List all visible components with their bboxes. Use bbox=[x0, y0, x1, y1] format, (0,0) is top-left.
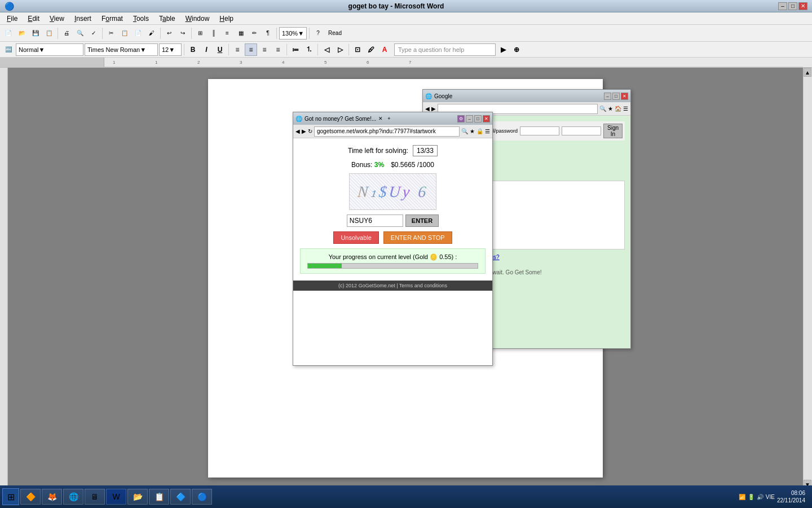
drawing-button[interactable]: ✏ bbox=[248, 27, 261, 40]
paste-button[interactable]: 📄 bbox=[132, 27, 144, 40]
start-button[interactable]: ⊞ bbox=[2, 488, 19, 505]
menu-edit[interactable]: Edit bbox=[23, 14, 44, 24]
close-button[interactable]: ✕ bbox=[798, 2, 807, 10]
search-go-button[interactable]: ▶ bbox=[497, 43, 509, 56]
scroll-up-button[interactable]: ▲ bbox=[804, 68, 811, 77]
b2-bookmark-icon[interactable]: ★ bbox=[608, 106, 613, 112]
b2-home-icon[interactable]: 🏠 bbox=[615, 106, 621, 112]
help-input[interactable]: Type a question for help bbox=[394, 43, 496, 56]
align-center-button[interactable]: ≡ bbox=[245, 43, 257, 56]
numbering-button[interactable]: ⒈ bbox=[303, 43, 315, 56]
read-button[interactable]: Read bbox=[325, 27, 345, 40]
doc-scroll-area: 🌐 Got no money? Get Some!... ✕ + ⚙ – □ ✕ bbox=[8, 68, 812, 489]
increase-indent-button[interactable]: ▷ bbox=[334, 43, 346, 56]
new-button[interactable]: 📄 bbox=[2, 27, 15, 40]
italic-button[interactable]: I bbox=[200, 43, 213, 56]
bold-button[interactable]: B bbox=[187, 43, 199, 56]
spell-check-button[interactable]: ✓ bbox=[87, 27, 100, 40]
print-button[interactable]: 🖨 bbox=[60, 27, 73, 40]
zoom-dropdown[interactable]: 130%▼ bbox=[279, 27, 307, 40]
browser2-close[interactable]: ✕ bbox=[621, 93, 628, 100]
taskbar-btn-6[interactable]: 📋 bbox=[149, 489, 169, 505]
menu-window[interactable]: Window bbox=[181, 14, 214, 24]
menu-format[interactable]: Format bbox=[97, 14, 127, 24]
taskbar-btn-4[interactable]: 🖥 bbox=[85, 489, 105, 505]
unsolvable-button[interactable]: Unsolvable bbox=[333, 231, 378, 244]
justify-button[interactable]: ≡ bbox=[272, 43, 284, 56]
captcha-input-field[interactable] bbox=[347, 214, 403, 227]
format-painter-button[interactable]: 🖌 bbox=[145, 27, 158, 40]
taskbar-btn-7[interactable]: 🔷 bbox=[170, 489, 191, 505]
enter-stop-button[interactable]: ENTER AND STOP bbox=[383, 231, 452, 244]
signin-button[interactable]: Sign In bbox=[603, 124, 623, 138]
refresh-icon[interactable]: ↻ bbox=[308, 128, 312, 134]
taskbar-btn-5[interactable]: 📂 bbox=[127, 489, 148, 505]
b2-back-icon[interactable]: ◀ bbox=[425, 106, 430, 112]
border-button[interactable]: ⊡ bbox=[351, 43, 364, 56]
email-input[interactable] bbox=[520, 126, 559, 135]
lock-icon[interactable]: 🔒 bbox=[476, 128, 483, 134]
undo-button[interactable]: ↩ bbox=[163, 27, 175, 40]
maximize-button[interactable]: □ bbox=[788, 2, 797, 10]
b2-search-icon[interactable]: 🔍 bbox=[599, 106, 606, 112]
show-hide-button[interactable]: ¶ bbox=[262, 27, 274, 40]
print-preview-button[interactable]: 🔍 bbox=[74, 27, 86, 40]
browser2-maximize[interactable]: □ bbox=[612, 93, 620, 100]
b2-menu-icon[interactable]: ☰ bbox=[623, 106, 628, 112]
browser1-maximize[interactable]: □ bbox=[474, 115, 482, 122]
back-icon[interactable]: ◀ bbox=[295, 128, 300, 134]
insert-cols-button[interactable]: ║ bbox=[208, 27, 220, 40]
taskbar-btn-8[interactable]: 🔵 bbox=[192, 489, 212, 505]
columns-button[interactable]: ▦ bbox=[235, 27, 247, 40]
browser2-titlebar: 🌐 Google – □ ✕ bbox=[423, 90, 630, 102]
menu-table[interactable]: Table bbox=[155, 14, 180, 24]
browser2-minimize[interactable]: – bbox=[604, 93, 611, 100]
align-right-button[interactable]: ≡ bbox=[258, 43, 271, 56]
style-dropdown[interactable]: Normal▼ bbox=[16, 43, 83, 56]
insert-table-button[interactable]: ⊞ bbox=[194, 27, 206, 40]
decrease-indent-button[interactable]: ◁ bbox=[320, 43, 333, 56]
font-size-dropdown[interactable]: 12▼ bbox=[159, 43, 182, 56]
bullets-button[interactable]: ≔ bbox=[289, 43, 302, 56]
forward-icon[interactable]: ▶ bbox=[302, 128, 306, 134]
expand-btn[interactable]: ⊕ bbox=[510, 43, 523, 56]
browser1-new-tab[interactable]: + bbox=[387, 116, 390, 121]
font-color-button[interactable]: A bbox=[378, 43, 391, 56]
font-dropdown[interactable]: Times New Roman▼ bbox=[85, 43, 158, 56]
menu-view[interactable]: View bbox=[45, 14, 69, 24]
align-left-button[interactable]: ≡ bbox=[231, 43, 244, 56]
copy-button[interactable]: 📋 bbox=[118, 27, 131, 40]
menu-insert[interactable]: Insert bbox=[70, 14, 96, 24]
menu-help[interactable]: Help bbox=[215, 14, 238, 24]
right-scrollbar[interactable]: ▲ ▼ bbox=[803, 68, 812, 489]
menu-icon[interactable]: ☰ bbox=[485, 128, 490, 134]
save-as-button[interactable]: 📋 bbox=[43, 27, 55, 40]
cut-button[interactable]: ✂ bbox=[105, 27, 117, 40]
browser1-minimize[interactable]: – bbox=[466, 115, 473, 122]
menu-file[interactable]: File bbox=[2, 14, 22, 24]
taskbar-btn-2[interactable]: 🦊 bbox=[42, 489, 62, 505]
browser1-url[interactable] bbox=[314, 126, 460, 137]
minimize-button[interactable]: – bbox=[778, 2, 787, 10]
redo-button[interactable]: ↪ bbox=[176, 27, 189, 40]
styles-btn[interactable]: 🔤 bbox=[2, 43, 15, 56]
taskbar-btn-word[interactable]: W bbox=[106, 489, 126, 505]
password-input[interactable] bbox=[562, 126, 601, 135]
insert-rows-button[interactable]: ≡ bbox=[221, 27, 233, 40]
taskbar-btn-1[interactable]: 🔶 bbox=[20, 489, 41, 505]
bookmark-icon[interactable]: ★ bbox=[470, 128, 475, 134]
underline-button[interactable]: U bbox=[214, 43, 226, 56]
open-button[interactable]: 📂 bbox=[16, 27, 28, 40]
browser1-close[interactable]: ✕ bbox=[483, 115, 490, 122]
help-button[interactable]: ? bbox=[312, 27, 324, 40]
tray-icon-1: 📶 bbox=[739, 494, 745, 500]
b2-forward-icon[interactable]: ▶ bbox=[431, 106, 436, 112]
search-icon[interactable]: 🔍 bbox=[461, 128, 468, 134]
browser1-tab-close[interactable]: ✕ bbox=[378, 116, 383, 121]
save-button[interactable]: 💾 bbox=[29, 27, 42, 40]
highlight-button[interactable]: 🖊 bbox=[365, 43, 377, 56]
browser1-settings[interactable]: ⚙ bbox=[457, 115, 465, 122]
taskbar-btn-3[interactable]: 🌐 bbox=[63, 489, 83, 505]
menu-tools[interactable]: Tools bbox=[129, 14, 153, 24]
enter-button[interactable]: ENTER bbox=[405, 214, 439, 227]
